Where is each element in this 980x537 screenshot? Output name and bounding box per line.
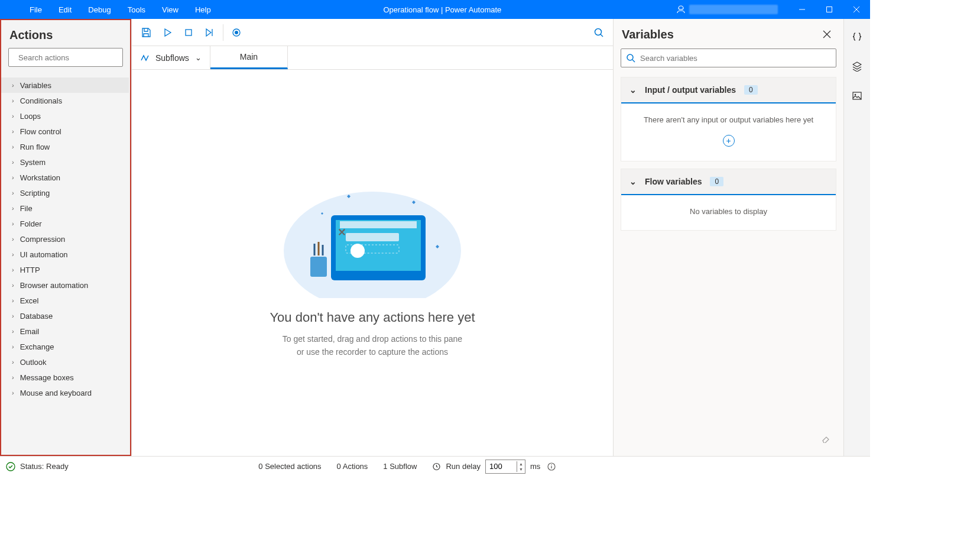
step-button[interactable]: [199, 22, 220, 43]
eraser-icon: [821, 434, 830, 443]
empty-illustration: [278, 168, 467, 298]
close-button[interactable]: [843, 0, 870, 19]
menu-file[interactable]: File: [21, 0, 50, 19]
window-title: Operational flow | Power Automate: [219, 5, 666, 14]
maximize-button[interactable]: [816, 0, 843, 19]
clear-button[interactable]: [817, 430, 834, 447]
category-run-flow[interactable]: ›Run flow: [1, 139, 129, 154]
category-browser-automation[interactable]: ›Browser automation: [1, 277, 129, 293]
actions-search[interactable]: [8, 48, 123, 67]
search-icon: [626, 53, 635, 63]
category-http[interactable]: ›HTTP: [1, 262, 129, 277]
spin-up[interactable]: ▲: [517, 461, 525, 467]
svg-rect-15: [346, 233, 399, 241]
check-circle-icon: [6, 462, 15, 471]
variables-search-input[interactable]: [640, 54, 831, 63]
actions-search-input[interactable]: [18, 53, 118, 62]
minimize-button[interactable]: [788, 0, 816, 19]
variables-panel-close[interactable]: [819, 26, 835, 43]
stop-icon: [184, 28, 193, 37]
category-email[interactable]: ›Email: [1, 324, 129, 339]
save-button[interactable]: [135, 22, 157, 43]
menu-tools[interactable]: Tools: [119, 0, 154, 19]
category-variables[interactable]: ›Variables: [1, 77, 129, 93]
chevron-right-icon: ›: [12, 205, 14, 212]
variables-search[interactable]: [621, 48, 836, 67]
svg-rect-18: [310, 257, 327, 277]
run-delay-input[interactable]: [486, 462, 517, 471]
designer-toolbar: [132, 19, 613, 46]
actions-category-list[interactable]: ›Variables ›Conditionals ›Loops ›Flow co…: [1, 77, 130, 455]
category-system[interactable]: ›System: [1, 154, 129, 170]
category-file[interactable]: ›File: [1, 200, 129, 216]
menu-debug[interactable]: Debug: [80, 0, 119, 19]
right-icon-rail: [844, 19, 870, 456]
category-flow-control[interactable]: ›Flow control: [1, 124, 129, 139]
rail-images-button[interactable]: [849, 88, 865, 104]
io-variables-section: ⌄ Input / output variables 0 There aren'…: [621, 77, 836, 161]
io-variables-count: 0: [744, 85, 758, 95]
svg-point-8: [235, 31, 238, 34]
menu-view[interactable]: View: [154, 0, 187, 19]
category-message-boxes[interactable]: ›Message boxes: [1, 370, 129, 385]
category-compression[interactable]: ›Compression: [1, 231, 129, 247]
category-scripting[interactable]: ›Scripting: [1, 185, 129, 200]
category-loops[interactable]: ›Loops: [1, 108, 129, 124]
flow-variables-empty-text: No variables to display: [628, 207, 829, 216]
search-button[interactable]: [588, 22, 609, 43]
flow-variables-label: Flow variables: [645, 177, 702, 186]
chevron-right-icon: ›: [12, 312, 14, 319]
account-area[interactable]: [666, 0, 788, 19]
chevron-right-icon: ›: [12, 97, 14, 104]
run-button[interactable]: [157, 22, 178, 43]
rail-variables-button[interactable]: [849, 28, 865, 45]
flow-variables-header[interactable]: ⌄ Flow variables 0: [621, 169, 836, 195]
menu-edit[interactable]: Edit: [50, 0, 80, 19]
chevron-right-icon: ›: [12, 143, 14, 150]
category-exchange[interactable]: ›Exchange: [1, 339, 129, 354]
actions-count: 0 Actions: [337, 462, 368, 471]
rail-ui-elements-button[interactable]: [849, 58, 865, 75]
chevron-right-icon: ›: [12, 343, 14, 350]
category-conditionals[interactable]: ›Conditionals: [1, 93, 129, 108]
chevron-right-icon: ›: [12, 282, 14, 289]
flow-variables-section: ⌄ Flow variables 0 No variables to displ…: [621, 169, 836, 231]
designer-canvas[interactable]: You don't have any actions here yet To g…: [132, 70, 613, 456]
svg-point-32: [551, 464, 552, 465]
chevron-right-icon: ›: [12, 266, 14, 273]
io-variables-header[interactable]: ⌄ Input / output variables 0: [621, 77, 836, 103]
chevron-right-icon: ›: [12, 297, 14, 304]
svg-line-25: [632, 60, 635, 62]
record-icon: [232, 28, 241, 37]
status-bar: Status: Ready 0 Selected actions 0 Actio…: [0, 456, 870, 476]
svg-line-10: [601, 34, 603, 37]
chevron-right-icon: ›: [12, 82, 14, 89]
add-io-variable-button[interactable]: +: [628, 135, 829, 147]
category-outlook[interactable]: ›Outlook: [1, 354, 129, 370]
run-delay-spinner[interactable]: ▲▼: [485, 460, 525, 474]
search-icon: [593, 27, 604, 38]
toolbar-separator: [223, 24, 223, 41]
info-icon[interactable]: [547, 462, 556, 471]
category-folder[interactable]: ›Folder: [1, 216, 129, 231]
category-ui-automation[interactable]: ›UI automation: [1, 247, 129, 262]
menu-help[interactable]: Help: [187, 0, 219, 19]
spin-down[interactable]: ▼: [517, 467, 525, 472]
stop-button[interactable]: [178, 22, 199, 43]
run-delay-control: Run delay ▲▼ ms: [432, 460, 556, 474]
chevron-right-icon: ›: [12, 389, 14, 396]
subflows-label: Subflows: [155, 53, 189, 63]
category-mouse-keyboard[interactable]: ›Mouse and keyboard: [1, 385, 129, 400]
braces-icon: [852, 31, 862, 42]
category-database[interactable]: ›Database: [1, 308, 129, 324]
svg-point-24: [627, 54, 633, 60]
category-workstation[interactable]: ›Workstation: [1, 170, 129, 185]
chevron-down-icon: ⌄: [629, 177, 637, 186]
category-excel[interactable]: ›Excel: [1, 293, 129, 308]
save-icon: [141, 27, 151, 38]
chevron-right-icon: ›: [12, 251, 14, 258]
record-button[interactable]: [226, 22, 247, 43]
tab-main[interactable]: Main: [210, 46, 288, 69]
canvas-empty-sub1: To get started, drag and drop actions to…: [283, 334, 462, 344]
subflows-dropdown[interactable]: Subflows ⌄: [132, 46, 210, 69]
